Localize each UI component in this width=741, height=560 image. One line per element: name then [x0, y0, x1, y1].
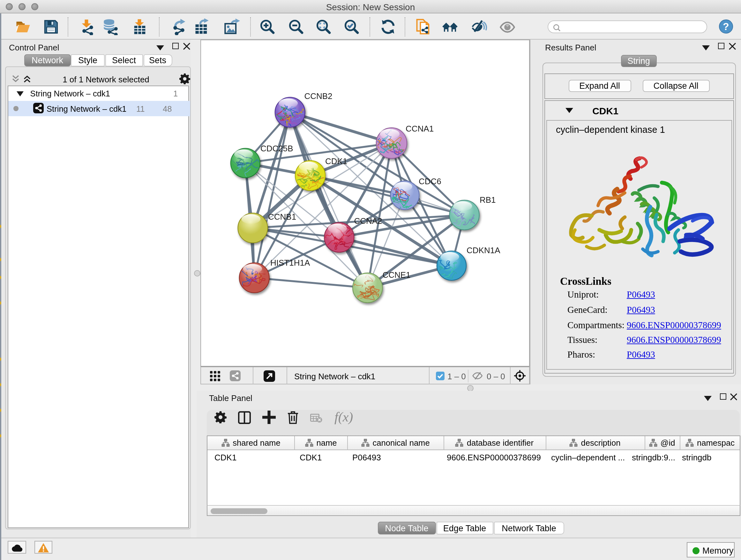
svg-text:?: ? — [723, 21, 729, 32]
svg-text:CCNB1: CCNB1 — [268, 212, 296, 222]
svg-text:CDKN1A: CDKN1A — [467, 246, 500, 255]
svg-text:CCNA2: CCNA2 — [354, 216, 382, 226]
svg-text:RB1: RB1 — [480, 195, 496, 205]
svg-text:CCNA1: CCNA1 — [406, 124, 434, 133]
svg-text:HIST1H1A: HIST1H1A — [270, 258, 310, 267]
svg-text:CDC25B: CDC25B — [260, 144, 293, 153]
svg-text:CDC6: CDC6 — [419, 177, 441, 186]
svg-text:CCNB2: CCNB2 — [304, 91, 332, 101]
svg-text:CDK1: CDK1 — [325, 157, 347, 166]
svg-text:CCNE1: CCNE1 — [382, 270, 410, 280]
